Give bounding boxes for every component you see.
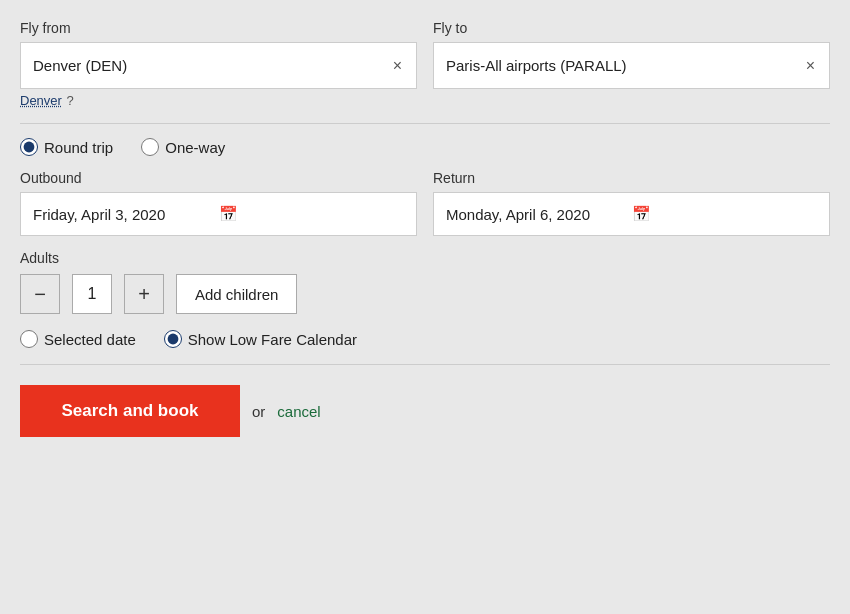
fly-from-input-wrapper[interactable]: × [20, 42, 417, 89]
one-way-radio[interactable] [141, 138, 159, 156]
low-fare-calendar-label: Show Low Fare Calendar [188, 331, 357, 348]
or-text: or [252, 403, 265, 420]
one-way-option[interactable]: One-way [141, 138, 225, 156]
round-trip-radio[interactable] [20, 138, 38, 156]
return-date-value: Monday, April 6, 2020 [446, 206, 632, 223]
fly-to-label: Fly to [433, 20, 830, 36]
divider-1 [20, 123, 830, 124]
trip-type-row: Round trip One-way [20, 138, 830, 156]
return-label: Return [433, 170, 830, 186]
selected-date-option[interactable]: Selected date [20, 330, 136, 348]
adults-section: Adults − 1 + Add children [20, 250, 830, 314]
origin-destination-row: Fly from × Denver ? Fly to × [20, 20, 830, 109]
calendar-option-row: Selected date Show Low Fare Calendar [20, 330, 830, 348]
round-trip-label: Round trip [44, 139, 113, 156]
adults-count: 1 [72, 274, 112, 314]
dates-row: Outbound Friday, April 3, 2020 📅 Return … [20, 170, 830, 236]
return-calendar-icon: 📅 [632, 205, 818, 223]
fly-from-suggestion-link[interactable]: Denver [20, 93, 62, 108]
cancel-link[interactable]: cancel [277, 403, 320, 420]
one-way-label: One-way [165, 139, 225, 156]
outbound-group: Outbound Friday, April 3, 2020 📅 [20, 170, 417, 236]
decrement-adults-button[interactable]: − [20, 274, 60, 314]
fly-to-input-wrapper[interactable]: × [433, 42, 830, 89]
adults-label: Adults [20, 250, 830, 266]
fly-to-group: Fly to × [433, 20, 830, 109]
fly-to-input[interactable] [434, 43, 829, 88]
selected-date-label: Selected date [44, 331, 136, 348]
low-fare-calendar-option[interactable]: Show Low Fare Calendar [164, 330, 357, 348]
fly-from-label: Fly from [20, 20, 417, 36]
round-trip-option[interactable]: Round trip [20, 138, 113, 156]
fly-to-clear-button[interactable]: × [802, 53, 819, 79]
adults-controls: − 1 + Add children [20, 274, 830, 314]
add-children-button[interactable]: Add children [176, 274, 297, 314]
flight-search-form: Fly from × Denver ? Fly to × Round trip [0, 0, 850, 457]
outbound-calendar-icon: 📅 [219, 205, 405, 223]
outbound-label: Outbound [20, 170, 417, 186]
outbound-date-picker[interactable]: Friday, April 3, 2020 📅 [20, 192, 417, 236]
increment-adults-button[interactable]: + [124, 274, 164, 314]
fly-from-group: Fly from × Denver ? [20, 20, 417, 109]
search-section: Search and book or cancel [20, 364, 830, 437]
fly-from-input[interactable] [21, 43, 416, 88]
fly-from-suggestion: Denver ? [20, 89, 417, 109]
return-group: Return Monday, April 6, 2020 📅 [433, 170, 830, 236]
low-fare-calendar-radio[interactable] [164, 330, 182, 348]
fly-from-clear-button[interactable]: × [389, 53, 406, 79]
search-and-book-button[interactable]: Search and book [20, 385, 240, 437]
fly-from-suggestion-q: ? [66, 93, 73, 108]
return-date-picker[interactable]: Monday, April 6, 2020 📅 [433, 192, 830, 236]
outbound-date-value: Friday, April 3, 2020 [33, 206, 219, 223]
selected-date-radio[interactable] [20, 330, 38, 348]
